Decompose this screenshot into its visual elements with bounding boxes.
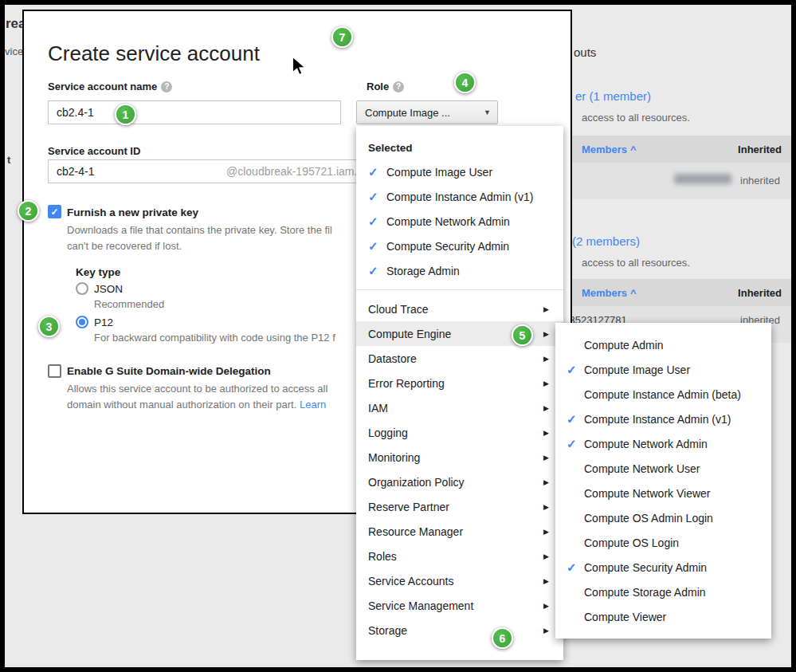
help-icon[interactable]: ? <box>161 81 172 92</box>
role-dropdown-button[interactable]: Compute Image ... ▼ <box>356 100 498 124</box>
selected-role-item[interactable]: ✓ Compute Network Admin <box>356 209 563 234</box>
role-category-item[interactable]: Organization Policy ▶ <box>356 470 563 494</box>
compute-role-item[interactable]: ✓ Compute OS Login <box>555 530 771 555</box>
service-account-name-label: Service account name ? <box>48 81 172 92</box>
annotation-marker-2: 2 <box>18 200 39 222</box>
chevron-right-icon: ▶ <box>543 330 549 338</box>
role-category-item[interactable]: Service Management ▶ <box>356 593 563 618</box>
menu-item-label: Storage Admin <box>386 265 460 277</box>
selected-role-item[interactable]: ✓ Compute Image User <box>356 159 563 184</box>
delegation-description-line1: Allows this service account to be author… <box>67 383 327 395</box>
chevron-right-icon: ▶ <box>543 627 549 635</box>
menu-item-label: Compute Network User <box>584 462 700 475</box>
compute-role-item[interactable]: ✓ Compute Instance Admin (v1) <box>555 407 771 431</box>
selected-role-item[interactable]: ✓ Storage Admin <box>356 258 563 283</box>
p12-option-label: P12 <box>94 316 113 328</box>
check-icon: ✓ <box>368 165 386 179</box>
inherited-value: inherited <box>740 175 780 187</box>
menu-item-label: Compute Viewer <box>584 611 666 623</box>
chevron-right-icon: ▶ <box>543 577 549 585</box>
annotation-marker-3: 3 <box>38 316 60 337</box>
menu-item-label: Compute Admin <box>584 339 664 352</box>
sort-caret-icon: ^ <box>630 143 637 155</box>
json-key-radio[interactable] <box>76 282 88 295</box>
compute-role-item[interactable]: ✓ Compute Instance Admin (beta) <box>555 382 771 407</box>
annotation-marker-5: 5 <box>512 324 533 346</box>
members-header-label: Members <box>582 287 627 299</box>
input-value: cb2.4-1 <box>57 106 94 119</box>
json-option-label: JSON <box>94 283 123 295</box>
role-category-item[interactable]: Reserve Partner ▶ <box>356 494 563 519</box>
compute-role-item[interactable]: ✓ Compute Viewer <box>555 604 771 629</box>
redacted-member-email <box>674 174 731 184</box>
menu-item-label: Compute Security Admin <box>584 561 707 574</box>
role-category-item[interactable]: Storage ▶ <box>356 618 563 643</box>
chevron-right-icon: ▶ <box>543 528 549 536</box>
sort-caret-icon: ^ <box>630 287 637 299</box>
json-option-description: Recommended <box>94 298 164 310</box>
menu-item-label: Compute OS Login <box>584 536 679 549</box>
selected-section-header: Selected <box>356 136 563 159</box>
menu-item-label: Compute OS Admin Login <box>584 512 713 525</box>
role-category-item[interactable]: Error Reporting ▶ <box>356 371 563 395</box>
members-column-header[interactable]: Members ^ <box>582 287 637 299</box>
compute-role-item[interactable]: ✓ Compute Image User <box>555 357 771 382</box>
role-category-item[interactable]: Monitoring ▶ <box>356 445 563 470</box>
gsuite-delegation-checkbox[interactable] <box>48 364 61 378</box>
check-icon: ✓ <box>368 214 386 229</box>
dialog-title: Create service account <box>48 41 260 66</box>
furnish-private-key-label: Furnish a new private key <box>67 206 198 218</box>
menu-item-label: Reserve Partner <box>368 501 449 513</box>
help-icon[interactable]: ? <box>393 81 404 92</box>
chevron-right-icon: ▶ <box>543 503 549 511</box>
role-categories-list: Cloud Trace ▶ Compute Engine ▶ Datastore… <box>356 297 563 643</box>
compute-role-item[interactable]: ✓ Compute Security Admin <box>555 555 771 580</box>
menu-item-label: Compute Instance Admin (v1) <box>386 191 533 203</box>
menu-item-label: Compute Instance Admin (v1) <box>584 413 731 426</box>
role-category-item[interactable]: Cloud Trace ▶ <box>356 297 563 321</box>
menu-item-label: Organization Policy <box>368 476 465 489</box>
role-dropdown-menu: Selected ✓ Compute Image User ✓ Compute … <box>356 126 563 660</box>
service-account-name-input[interactable]: cb2.4-1 <box>48 100 341 124</box>
members-table-header: Members ^ Inherited <box>572 136 791 163</box>
check-icon: ✓ <box>567 437 584 451</box>
compute-role-item[interactable]: ✓ Compute Network Viewer <box>555 481 771 505</box>
role-category-item[interactable]: Datastore ▶ <box>356 346 563 371</box>
compute-role-item[interactable]: ✓ Compute OS Admin Login <box>555 505 771 530</box>
member-section-subtext: access to all resources. <box>582 112 690 124</box>
annotation-marker-6: 6 <box>492 627 513 649</box>
chevron-right-icon: ▶ <box>543 429 549 437</box>
annotation-marker-7: 7 <box>331 26 353 48</box>
menu-item-label: Service Accounts <box>368 575 453 588</box>
key-type-label: Key type <box>76 266 120 278</box>
role-category-item[interactable]: Roles ▶ <box>356 544 563 568</box>
compute-role-item[interactable]: ✓ Compute Admin <box>555 332 771 357</box>
label-text: Service account name <box>48 81 157 92</box>
compute-role-item[interactable]: ✓ Compute Network Admin <box>555 431 771 456</box>
menu-item-label: Compute Image User <box>584 364 690 376</box>
role-label: Role ? <box>367 81 404 92</box>
menu-item-label: Datastore <box>368 352 417 365</box>
chevron-right-icon: ▶ <box>543 305 549 313</box>
menu-item-label: Cloud Trace <box>368 303 428 316</box>
members-column-header[interactable]: Members ^ <box>582 143 637 155</box>
menu-item-label: Compute Image User <box>386 166 492 179</box>
chevron-right-icon: ▶ <box>543 379 549 387</box>
role-category-item[interactable]: Logging ▶ <box>356 420 563 445</box>
compute-role-item[interactable]: ✓ Compute Network User <box>555 456 771 481</box>
p12-key-radio[interactable] <box>76 316 88 328</box>
selected-role-item[interactable]: ✓ Compute Instance Admin (v1) <box>356 184 563 209</box>
role-category-item[interactable]: Resource Manager ▶ <box>356 519 563 544</box>
background-text-fragment: outs <box>574 45 596 59</box>
selected-role-item[interactable]: ✓ Compute Security Admin <box>356 234 563 258</box>
role-category-item[interactable]: Service Accounts ▶ <box>356 568 563 593</box>
role-category-item[interactable]: IAM ▶ <box>356 395 563 420</box>
furnish-private-key-checkbox[interactable]: ✓ <box>48 205 61 218</box>
compute-role-item[interactable]: ✓ Compute Storage Admin <box>555 580 771 604</box>
background-text-fragment: t <box>7 154 10 166</box>
learn-more-link[interactable]: Learn <box>300 399 326 411</box>
annotation-marker-1: 1 <box>115 104 136 125</box>
menu-item-label: Error Reporting <box>368 377 445 390</box>
chevron-right-icon: ▶ <box>543 602 549 610</box>
menu-item-label: Compute Engine <box>368 328 451 340</box>
